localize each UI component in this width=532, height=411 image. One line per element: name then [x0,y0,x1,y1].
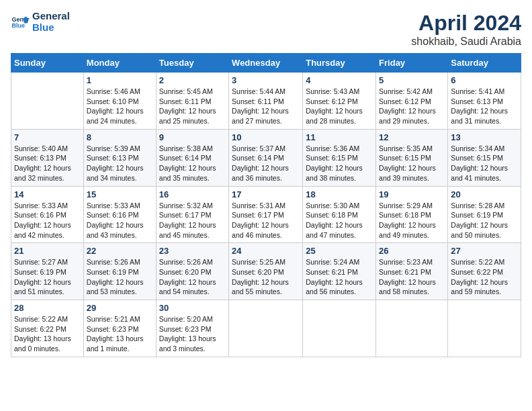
col-friday: Friday [376,54,448,73]
day-info: Sunrise: 5:20 AMSunset: 6:23 PMDaylight:… [159,314,226,354]
day-number: 5 [379,75,445,85]
col-saturday: Saturday [448,54,521,73]
logo: General Blue GeneralBlue [11,11,70,33]
day-number: 15 [87,189,153,199]
table-row: 19Sunrise: 5:29 AMSunset: 6:18 PMDayligh… [376,186,448,243]
day-number: 11 [306,132,373,142]
calendar-week-row: 21Sunrise: 5:27 AMSunset: 6:19 PMDayligh… [11,243,521,300]
table-row: 8Sunrise: 5:39 AMSunset: 6:13 PMDaylight… [83,129,156,186]
day-info: Sunrise: 5:34 AMSunset: 6:15 PMDaylight:… [451,144,518,183]
day-number: 8 [87,132,153,142]
col-tuesday: Tuesday [156,54,228,73]
day-info: Sunrise: 5:44 AMSunset: 6:11 PMDaylight:… [232,87,300,126]
table-row [376,300,448,357]
table-row: 15Sunrise: 5:33 AMSunset: 6:16 PMDayligh… [83,186,156,243]
day-number: 14 [14,189,81,199]
col-wednesday: Wednesday [229,54,303,73]
table-row: 20Sunrise: 5:28 AMSunset: 6:19 PMDayligh… [448,186,521,243]
day-number: 20 [451,189,518,199]
day-number: 27 [451,246,518,256]
col-thursday: Thursday [303,54,376,73]
day-number: 18 [306,189,373,199]
table-row: 2Sunrise: 5:45 AMSunset: 6:11 PMDaylight… [156,73,228,130]
day-info: Sunrise: 5:22 AMSunset: 6:22 PMDaylight:… [14,314,81,354]
day-info: Sunrise: 5:45 AMSunset: 6:11 PMDaylight:… [159,87,226,126]
day-info: Sunrise: 5:28 AMSunset: 6:19 PMDaylight:… [451,201,518,240]
day-info: Sunrise: 5:26 AMSunset: 6:20 PMDaylight:… [159,257,226,297]
table-row: 16Sunrise: 5:32 AMSunset: 6:17 PMDayligh… [156,186,228,243]
day-info: Sunrise: 5:32 AMSunset: 6:17 PMDaylight:… [159,201,226,240]
day-number: 2 [159,75,226,85]
day-number: 24 [232,246,300,256]
day-info: Sunrise: 5:26 AMSunset: 6:19 PMDaylight:… [87,257,153,297]
day-info: Sunrise: 5:27 AMSunset: 6:19 PMDaylight:… [14,257,81,297]
day-number: 16 [159,189,226,199]
table-row: 24Sunrise: 5:25 AMSunset: 6:20 PMDayligh… [229,243,303,300]
table-row: 6Sunrise: 5:41 AMSunset: 6:13 PMDaylight… [448,73,521,130]
day-info: Sunrise: 5:36 AMSunset: 6:15 PMDaylight:… [306,144,373,183]
calendar-week-row: 28Sunrise: 5:22 AMSunset: 6:22 PMDayligh… [11,300,521,357]
day-number: 12 [379,132,445,142]
table-row: 11Sunrise: 5:36 AMSunset: 6:15 PMDayligh… [303,129,376,186]
table-row: 4Sunrise: 5:43 AMSunset: 6:12 PMDaylight… [303,73,376,130]
day-number: 23 [159,246,226,256]
table-row: 26Sunrise: 5:23 AMSunset: 6:21 PMDayligh… [376,243,448,300]
table-row: 5Sunrise: 5:42 AMSunset: 6:12 PMDaylight… [376,73,448,130]
table-row [229,300,303,357]
day-info: Sunrise: 5:35 AMSunset: 6:15 PMDaylight:… [379,144,445,183]
title-block: April 2024 shokhaib, Saudi Arabia [411,11,521,48]
day-info: Sunrise: 5:22 AMSunset: 6:22 PMDaylight:… [451,257,518,297]
calendar-week-row: 7Sunrise: 5:40 AMSunset: 6:13 PMDaylight… [11,129,521,186]
page-subtitle: shokhaib, Saudi Arabia [411,36,521,48]
day-info: Sunrise: 5:33 AMSunset: 6:16 PMDaylight:… [87,201,153,240]
table-row: 22Sunrise: 5:26 AMSunset: 6:19 PMDayligh… [83,243,156,300]
day-number: 7 [14,132,81,142]
day-info: Sunrise: 5:31 AMSunset: 6:17 PMDaylight:… [232,201,300,240]
day-number: 29 [87,303,153,313]
day-info: Sunrise: 5:21 AMSunset: 6:23 PMDaylight:… [87,314,153,354]
day-info: Sunrise: 5:25 AMSunset: 6:20 PMDaylight:… [232,257,300,297]
table-row: 10Sunrise: 5:37 AMSunset: 6:14 PMDayligh… [229,129,303,186]
table-row: 21Sunrise: 5:27 AMSunset: 6:19 PMDayligh… [11,243,84,300]
day-number: 4 [306,75,373,85]
table-row: 14Sunrise: 5:33 AMSunset: 6:16 PMDayligh… [11,186,84,243]
day-number: 1 [87,75,153,85]
day-number: 3 [232,75,300,85]
calendar-table: Sunday Monday Tuesday Wednesday Thursday… [11,53,521,357]
table-row: 27Sunrise: 5:22 AMSunset: 6:22 PMDayligh… [448,243,521,300]
table-row: 17Sunrise: 5:31 AMSunset: 6:17 PMDayligh… [229,186,303,243]
table-row: 13Sunrise: 5:34 AMSunset: 6:15 PMDayligh… [448,129,521,186]
day-number: 28 [14,303,81,313]
day-info: Sunrise: 5:46 AMSunset: 6:10 PMDaylight:… [87,87,153,126]
table-row: 7Sunrise: 5:40 AMSunset: 6:13 PMDaylight… [11,129,84,186]
day-info: Sunrise: 5:37 AMSunset: 6:14 PMDaylight:… [232,144,300,183]
table-row: 1Sunrise: 5:46 AMSunset: 6:10 PMDaylight… [83,73,156,130]
table-row: 30Sunrise: 5:20 AMSunset: 6:23 PMDayligh… [156,300,228,357]
table-row: 25Sunrise: 5:24 AMSunset: 6:21 PMDayligh… [303,243,376,300]
table-row: 28Sunrise: 5:22 AMSunset: 6:22 PMDayligh… [11,300,84,357]
calendar-week-row: 14Sunrise: 5:33 AMSunset: 6:16 PMDayligh… [11,186,521,243]
day-number: 30 [159,303,226,313]
day-number: 10 [232,132,300,142]
table-row: 9Sunrise: 5:38 AMSunset: 6:14 PMDaylight… [156,129,228,186]
col-monday: Monday [83,54,156,73]
logo-text: GeneralBlue [32,11,70,33]
day-number: 19 [379,189,445,199]
table-row [448,300,521,357]
table-row [303,300,376,357]
day-info: Sunrise: 5:30 AMSunset: 6:18 PMDaylight:… [306,201,373,240]
svg-text:Blue: Blue [11,22,25,29]
day-number: 26 [379,246,445,256]
day-number: 25 [306,246,373,256]
day-number: 13 [451,132,518,142]
day-info: Sunrise: 5:43 AMSunset: 6:12 PMDaylight:… [306,87,373,126]
table-row [11,73,84,130]
page-header: General Blue GeneralBlue April 2024 shok… [11,11,521,48]
logo-icon: General Blue [11,13,30,32]
day-number: 9 [159,132,226,142]
day-info: Sunrise: 5:24 AMSunset: 6:21 PMDaylight:… [306,257,373,297]
day-number: 17 [232,189,300,199]
col-sunday: Sunday [11,54,84,73]
day-info: Sunrise: 5:42 AMSunset: 6:12 PMDaylight:… [379,87,445,126]
day-number: 6 [451,75,518,85]
